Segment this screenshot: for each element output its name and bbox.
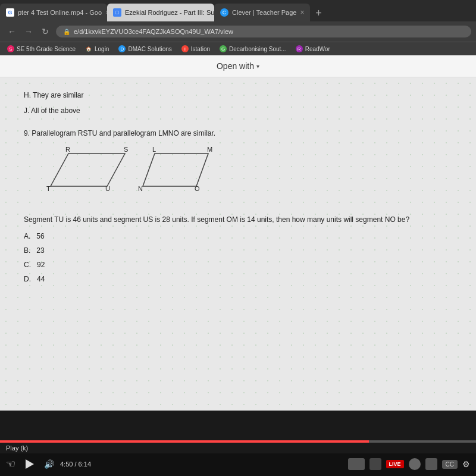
red-badge: LIVE — [386, 460, 404, 468]
svg-text:R: R — [65, 146, 70, 153]
time-display: 4:50 / 6:14 — [60, 461, 91, 468]
back-button[interactable]: ← — [5, 24, 19, 39]
choice-b-label: B. — [24, 246, 30, 255]
bookmark-readwor-icon: R — [296, 45, 303, 52]
browser-area: G pter 4 Test Online.mp4 - Goo × □ Ezeki… — [0, 0, 476, 411]
tab-bar: G pter 4 Test Online.mp4 - Goo × □ Ezeki… — [0, 0, 476, 21]
player-controls: ☜ 🔊 4:50 / 6:14 LIVE — [0, 453, 476, 476]
line-h: H. They are similar — [24, 89, 452, 102]
svg-text:S: S — [124, 146, 128, 153]
segment-description: Segment TU is 46 units and segment US is… — [24, 214, 452, 227]
address-bar-area: ← → ↻ 🔒 e/d/1kxvkEYZVUO3ce4FAQZJkASOQn49… — [0, 21, 476, 42]
question-number: 9. — [24, 129, 30, 137]
taskbar-icon-2 — [369, 458, 381, 470]
bookmark-se5th[interactable]: S SE 5th Grade Science — [5, 44, 78, 54]
new-tab-button[interactable]: + — [310, 5, 327, 21]
bookmark-dmac-icon: D — [118, 45, 126, 52]
cursor-icon: ☜ — [6, 458, 15, 471]
doc-text: H. They are similar J. All of the above — [24, 89, 452, 117]
play-button[interactable] — [21, 456, 38, 472]
segment-text: Segment TU is 46 units and segment US is… — [24, 214, 452, 227]
choice-d-label: D. — [24, 275, 31, 283]
svg-text:L: L — [152, 146, 156, 153]
forward-button[interactable]: → — [21, 24, 36, 39]
cc-button[interactable]: CC — [442, 460, 458, 469]
svg-text:N: N — [138, 185, 143, 192]
taskbar-icon-3 — [409, 458, 421, 470]
tab-3[interactable]: C Clever | Teacher Page × — [214, 4, 310, 21]
address-bar[interactable]: 🔒 e/d/1kxvkEYZVUO3ce4FAQZJkASOQn49U_WA7/… — [56, 26, 471, 37]
question-text: Parallelogram RSTU and parallelogram LMN… — [32, 129, 215, 137]
choice-d-value: 44 — [37, 275, 45, 283]
doc-content: H. They are similar J. All of the above … — [0, 77, 476, 411]
bookmark-decarb[interactable]: G Decarbonising Sout... — [217, 44, 289, 54]
bookmark-se5th-label: SE 5th Grade Science — [17, 46, 76, 52]
answer-choices: A. 56 B. 23 C. 92 D. — [24, 229, 452, 286]
bookmark-istation-label: Istation — [191, 46, 210, 52]
svg-marker-5 — [143, 154, 208, 186]
choice-b: B. 23 — [24, 243, 452, 258]
tab-1-favicon: G — [6, 8, 14, 17]
choice-d: D. 44 — [24, 272, 452, 286]
svg-text:M: M — [207, 146, 212, 153]
tab-1-label: pter 4 Test Online.mp4 - Goo — [18, 9, 102, 16]
choice-a-label: A. — [24, 232, 30, 240]
choice-c-label: C. — [24, 261, 31, 269]
line-j: J. All of the above — [24, 105, 452, 118]
choice-a: A. 56 — [24, 229, 452, 243]
taskbar-icons: LIVE CC ⚙ — [348, 458, 470, 470]
bookmark-dmac-label: DMAC Solutions — [128, 46, 171, 52]
bookmark-se5th-icon: S — [7, 45, 14, 52]
tab-3-label: Clever | Teacher Page — [232, 9, 296, 16]
question-title: 9. Parallelogram RSTU and parallelogram … — [24, 129, 452, 137]
svg-marker-0 — [51, 154, 125, 186]
play-triangle-icon — [26, 459, 34, 469]
bookmark-login-icon: 🏠 — [85, 45, 92, 52]
tab-2[interactable]: □ Ezekial Rodriguez - Part III: Succ × — [107, 4, 214, 21]
taskbar-icon-1 — [348, 458, 365, 470]
open-with-bar: Open with ▾ — [0, 55, 476, 77]
question-section: 9. Parallelogram RSTU and parallelogram … — [24, 129, 452, 286]
page-wrapper: G pter 4 Test Online.mp4 - Goo × □ Ezeki… — [0, 0, 476, 476]
tab-2-label: Ezekial Rodriguez - Part III: Succ — [125, 9, 214, 16]
bookmark-decarb-label: Decarbonising Sout... — [229, 46, 286, 52]
dropdown-arrow-icon: ▾ — [256, 63, 259, 70]
tab-1[interactable]: G pter 4 Test Online.mp4 - Goo × — [0, 4, 107, 21]
tab-1-close[interactable]: × — [105, 8, 107, 17]
refresh-button[interactable]: ↻ — [38, 24, 52, 39]
volume-icon[interactable]: 🔊 — [44, 459, 54, 469]
total-time: 6:14 — [79, 461, 91, 468]
play-k-label: Play (k) — [6, 444, 28, 452]
choice-b-value: 23 — [36, 246, 44, 255]
bookmark-istation-icon: I — [181, 45, 189, 52]
svg-text:T: T — [46, 185, 51, 192]
open-with-label: Open with — [217, 61, 254, 71]
gear-icon[interactable]: ⚙ — [462, 459, 470, 469]
address-url: e/d/1kxvkEYZVUO3ce4FAQZJkASOQn49U_WA7/vi… — [74, 28, 233, 35]
video-progress-bar[interactable] — [0, 440, 476, 443]
bookmarks-bar: S SE 5th Grade Science 🏠 Login D DMAC So… — [0, 42, 476, 55]
tab-3-close[interactable]: × — [300, 8, 304, 17]
choice-c-value: 92 — [37, 261, 45, 269]
video-progress-fill — [0, 440, 369, 443]
open-with-button[interactable]: Open with ▾ — [217, 61, 259, 71]
bookmark-login[interactable]: 🏠 Login — [83, 44, 111, 54]
bookmark-readwor[interactable]: R ReadWor — [293, 44, 333, 54]
choice-c: C. 92 — [24, 258, 452, 272]
bookmark-dmac[interactable]: D DMAC Solutions — [116, 44, 174, 54]
parallelogram-diagram: R S T U L M N O — [36, 145, 286, 204]
taskbar-icon-4 — [425, 458, 437, 470]
svg-text:O: O — [195, 185, 200, 192]
tab-3-favicon: C — [220, 8, 228, 17]
bookmark-decarb-icon: G — [220, 45, 227, 52]
bookmark-readwor-label: ReadWor — [305, 46, 330, 52]
lock-icon: 🔒 — [63, 29, 70, 35]
video-player: Play (k) ☜ 🔊 4:50 / 6:14 LIV — [0, 440, 476, 476]
svg-text:U: U — [105, 185, 110, 192]
diagram-area: R S T U L M N O — [24, 145, 452, 204]
bookmark-istation[interactable]: I Istation — [179, 44, 212, 54]
current-time: 4:50 — [60, 461, 73, 468]
bookmark-login-label: Login — [95, 46, 109, 52]
choice-a-value: 56 — [36, 232, 44, 240]
tab-2-favicon: □ — [113, 8, 121, 17]
